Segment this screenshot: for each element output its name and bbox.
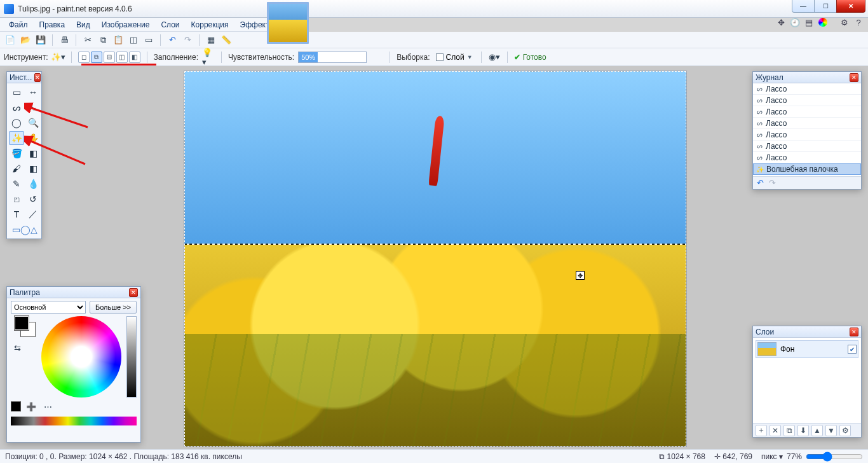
menu-adjustments[interactable]: Коррекция <box>186 19 234 31</box>
history-item[interactable]: ᔕЛассо <box>753 118 861 129</box>
colors-panel-header[interactable]: Палитра ✕ <box>7 287 140 298</box>
redo-icon[interactable]: ↷ <box>181 34 194 46</box>
selection-intersect-icon[interactable]: ◫ <box>116 52 128 63</box>
selection-add-icon[interactable]: ⧉ <box>91 52 102 63</box>
palette-add-icon[interactable]: ➕ <box>25 400 37 413</box>
layer-list[interactable]: Фон ✔ <box>753 338 861 423</box>
flood-mode-icon[interactable]: 💡▾ <box>202 51 215 64</box>
minimize-button[interactable]: — <box>792 0 815 13</box>
color-picker-tool[interactable]: 💧 <box>25 177 41 191</box>
canvas[interactable]: ✥ <box>184 71 686 446</box>
primary-color-swatch[interactable] <box>15 316 29 330</box>
history-list[interactable]: ᔕЛассо ᔕЛассо ᔕЛассо ᔕЛассо ᔕЛассо ᔕЛасс… <box>753 83 861 176</box>
close-button[interactable]: ✕ <box>836 0 865 13</box>
close-icon[interactable]: ✕ <box>129 288 138 297</box>
tools-toggle-icon[interactable]: ✥ <box>775 17 787 28</box>
sampling-dropdown[interactable]: Слой ▼ <box>434 52 475 63</box>
tools-panel-header[interactable]: Инст... ✕ <box>7 72 41 83</box>
close-icon[interactable]: ✕ <box>850 73 858 82</box>
lasso-tool[interactable]: ᔕ <box>9 100 24 114</box>
selection-replace-icon[interactable]: ◻ <box>78 52 90 63</box>
print-icon[interactable]: 🖶 <box>58 34 71 46</box>
history-item[interactable]: ᔕЛассо <box>753 152 861 163</box>
history-item[interactable]: ᔕЛассо <box>753 95 861 106</box>
pan-tool[interactable]: ✋ <box>25 131 41 145</box>
layer-visibility-checkbox[interactable]: ✔ <box>848 345 857 354</box>
menu-layers[interactable]: Слои <box>156 19 184 31</box>
help-icon[interactable]: ? <box>853 17 864 28</box>
palette-menu-icon[interactable]: ⋯ <box>41 400 54 413</box>
duplicate-layer-icon[interactable]: ⧉ <box>783 425 795 436</box>
gradient-tool[interactable]: ◧ <box>25 146 41 160</box>
deselect-icon[interactable]: ▭ <box>142 34 155 46</box>
shapes-tool[interactable]: ▭◯△ <box>9 223 41 237</box>
move-selection-tool[interactable]: ⤡ <box>25 100 41 114</box>
document-thumbnail[interactable] <box>267 2 309 44</box>
menu-file[interactable]: Файл <box>4 19 33 31</box>
active-tool-icon[interactable]: ✨▾ <box>52 51 65 64</box>
history-item[interactable]: ᔕЛассо <box>753 106 861 118</box>
history-panel-header[interactable]: Журнал ✕ <box>753 72 861 83</box>
swatch-pair[interactable] <box>15 316 36 338</box>
palette-strip[interactable] <box>11 417 137 425</box>
menu-view[interactable]: Вид <box>71 19 95 31</box>
layers-panel-header[interactable]: Слои ✕ <box>753 326 861 338</box>
ruler-icon[interactable]: 📏 <box>220 34 233 46</box>
delete-layer-icon[interactable]: ✕ <box>770 425 781 436</box>
crop-icon[interactable]: ◫ <box>127 34 140 46</box>
selection-subtract-icon[interactable]: ⊟ <box>104 52 115 63</box>
color-target-dropdown[interactable]: Основной <box>11 301 86 314</box>
history-item[interactable]: ᔕЛассо <box>753 141 861 152</box>
layers-toggle-icon[interactable]: ▤ <box>803 17 815 28</box>
copy-icon[interactable]: ⧉ <box>97 34 109 46</box>
open-icon[interactable]: 📂 <box>19 34 32 46</box>
swap-colors-icon[interactable]: ⇆ <box>11 342 24 354</box>
grid-icon[interactable]: ▦ <box>205 34 217 46</box>
cut-icon[interactable]: ✂ <box>81 34 94 46</box>
close-icon[interactable]: ✕ <box>34 73 41 82</box>
menu-image[interactable]: Изображение <box>97 19 155 31</box>
move-down-icon[interactable]: ▼ <box>825 425 837 436</box>
layer-properties-icon[interactable]: ⚙ <box>839 425 851 436</box>
history-toggle-icon[interactable]: 🕘 <box>789 17 801 28</box>
sample-mode-icon[interactable]: ◉▾ <box>488 51 501 64</box>
clone-stamp-tool[interactable]: ⏍ <box>9 192 24 206</box>
layer-item[interactable]: Фон ✔ <box>756 340 858 358</box>
commit-button[interactable]: Готово <box>514 53 546 62</box>
history-item[interactable]: ᔕЛассо <box>753 83 861 95</box>
color-wheel[interactable] <box>41 316 121 397</box>
move-tool[interactable]: ↔ <box>25 85 41 99</box>
magic-wand-tool[interactable]: ✨ <box>9 131 24 145</box>
paint-bucket-tool[interactable]: 🪣 <box>9 146 24 160</box>
undo-icon[interactable]: ↶ <box>757 178 764 188</box>
value-slider[interactable] <box>126 316 137 397</box>
colors-toggle-icon[interactable] <box>817 17 829 28</box>
zoom-tool[interactable]: 🔍 <box>25 116 41 130</box>
eraser-tool[interactable]: ◧ <box>25 162 41 176</box>
recolor-tool[interactable]: ↺ <box>25 192 41 206</box>
rectangle-select-tool[interactable]: ▭ <box>9 85 24 99</box>
menu-edit[interactable]: Правка <box>34 19 71 31</box>
new-icon[interactable]: 📄 <box>4 34 17 46</box>
ellipse-select-tool[interactable]: ◯ <box>9 116 24 130</box>
undo-icon[interactable]: ↶ <box>166 34 179 46</box>
more-button[interactable]: Больше >> <box>90 301 137 314</box>
text-tool[interactable]: T <box>9 207 24 221</box>
maximize-button[interactable]: ☐ <box>814 0 837 13</box>
merge-down-icon[interactable]: ⬇ <box>797 425 809 436</box>
zoom-slider[interactable] <box>806 452 863 462</box>
history-item[interactable]: ᔕЛассо <box>753 129 861 141</box>
move-up-icon[interactable]: ▲ <box>811 425 823 436</box>
history-item-current[interactable]: ✨Волшебная палочка <box>753 163 861 175</box>
tolerance-slider[interactable]: 50% <box>298 52 367 63</box>
close-icon[interactable]: ✕ <box>850 328 858 336</box>
brush-tool[interactable]: 🖌 <box>9 162 24 176</box>
redo-icon[interactable]: ↷ <box>769 178 776 188</box>
units-dropdown[interactable]: пикс ▾ <box>761 452 783 461</box>
selection-invert-icon[interactable]: ◧ <box>129 52 140 63</box>
paste-icon[interactable]: 📋 <box>112 34 125 46</box>
settings-icon[interactable]: ⚙ <box>839 17 850 28</box>
pencil-tool[interactable]: ✎ <box>9 177 24 191</box>
add-layer-icon[interactable]: ＋ <box>756 425 767 436</box>
save-icon[interactable]: 💾 <box>34 34 47 46</box>
